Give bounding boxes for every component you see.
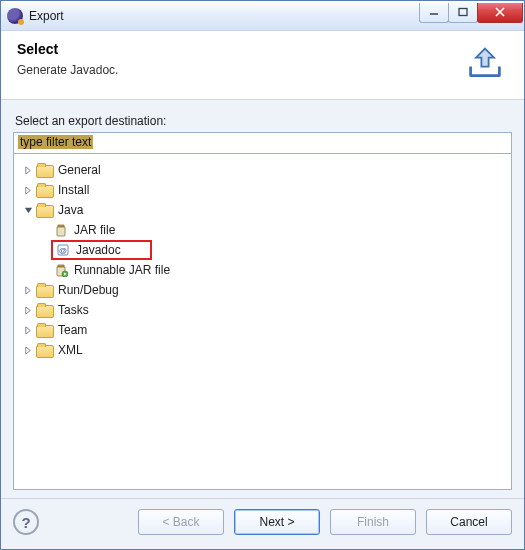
folder-icon [36, 163, 52, 177]
tree-item-team[interactable]: Team [22, 320, 507, 340]
tree-label: General [56, 163, 103, 177]
tree-label: Install [56, 183, 91, 197]
destination-label: Select an export destination: [15, 114, 510, 128]
dialog-header: Select Generate Javadoc. [1, 31, 524, 99]
minimize-button[interactable] [419, 3, 449, 23]
tree-label: Runnable JAR file [72, 263, 172, 277]
back-button[interactable]: < Back [138, 509, 224, 535]
export-tree[interactable]: General Install Java [13, 154, 512, 490]
export-dialog: Export Select Generate Javadoc. Select a… [0, 0, 525, 550]
next-button[interactable]: Next > [234, 509, 320, 535]
chevron-right-icon[interactable] [22, 304, 34, 316]
tree-item-install[interactable]: Install [22, 180, 507, 200]
cancel-button[interactable]: Cancel [426, 509, 512, 535]
tree-item-jar-file[interactable]: JAR file [40, 220, 507, 240]
tree-item-tasks[interactable]: Tasks [22, 300, 507, 320]
window-controls [420, 3, 523, 23]
page-title: Select [17, 41, 462, 57]
folder-icon [36, 303, 52, 317]
chevron-right-icon[interactable] [22, 344, 34, 356]
export-icon [462, 45, 508, 81]
chevron-right-icon[interactable] [22, 324, 34, 336]
chevron-down-icon[interactable] [22, 204, 34, 216]
svg-text:@: @ [59, 246, 67, 255]
folder-open-icon [36, 203, 52, 217]
folder-icon [36, 283, 52, 297]
svg-rect-1 [459, 9, 467, 16]
tree-label: Tasks [56, 303, 91, 317]
dialog-body: Select an export destination: type filte… [1, 100, 524, 498]
eclipse-icon [7, 8, 23, 24]
page-subtitle: Generate Javadoc. [17, 63, 462, 77]
filter-text: type filter text [18, 135, 93, 149]
javadoc-icon: @ [56, 243, 70, 257]
tree-label: XML [56, 343, 85, 357]
tree-item-general[interactable]: General [22, 160, 507, 180]
folder-icon [36, 183, 52, 197]
chevron-right-icon[interactable] [22, 164, 34, 176]
tree-item-run-debug[interactable]: Run/Debug [22, 280, 507, 300]
runnable-jar-icon [54, 263, 68, 277]
chevron-right-icon[interactable] [22, 184, 34, 196]
chevron-right-icon[interactable] [22, 284, 34, 296]
help-button[interactable]: ? [13, 509, 39, 535]
tree-item-xml[interactable]: XML [22, 340, 507, 360]
filter-input[interactable]: type filter text [13, 132, 512, 154]
maximize-button[interactable] [448, 3, 478, 23]
close-button[interactable] [477, 3, 523, 23]
finish-button[interactable]: Finish [330, 509, 416, 535]
tree-label: JAR file [72, 223, 117, 237]
tree-item-java[interactable]: Java [22, 200, 507, 220]
tree-item-javadoc[interactable]: @ Javadoc [40, 240, 507, 260]
tree-item-runnable-jar[interactable]: Runnable JAR file [40, 260, 507, 280]
window-title: Export [29, 9, 420, 23]
tree-label: Java [56, 203, 85, 217]
tree-label: Run/Debug [56, 283, 121, 297]
folder-icon [36, 343, 52, 357]
titlebar[interactable]: Export [1, 1, 524, 31]
folder-icon [36, 323, 52, 337]
tree-label: Javadoc [74, 243, 123, 257]
dialog-footer: ? < Back Next > Finish Cancel [1, 498, 524, 549]
tree-label: Team [56, 323, 89, 337]
jar-icon [54, 223, 68, 237]
